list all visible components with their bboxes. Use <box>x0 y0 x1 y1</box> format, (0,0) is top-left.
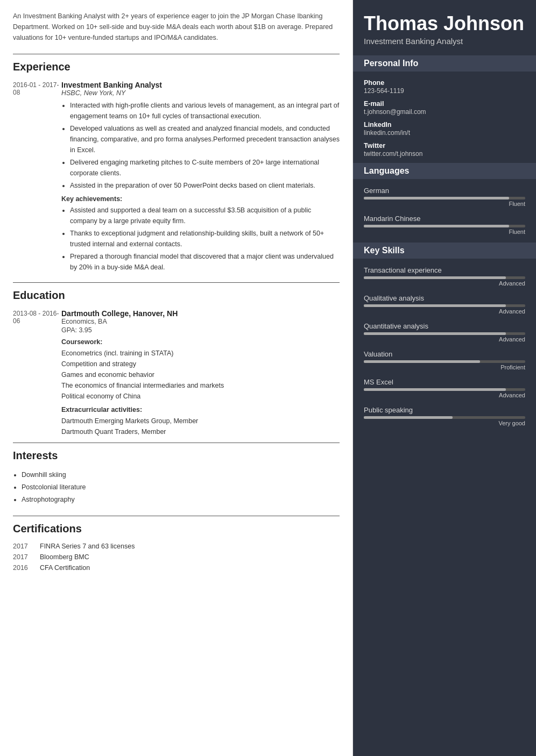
skill-name: Valuation <box>364 350 525 358</box>
language-bar-bg <box>364 197 525 199</box>
skill-bar-bg <box>364 388 525 391</box>
coursework-item: The economics of financial intermediarie… <box>61 380 340 391</box>
coursework-item: Econometrics (incl. training in STATA) <box>61 348 340 359</box>
education-container: 2013-08 - 2016-06Dartmouth College, Hano… <box>13 309 340 437</box>
skill-block: Quantitative analysisAdvanced <box>364 322 525 343</box>
interest-item: Astrophotography <box>22 494 340 505</box>
skill-bar-bg <box>364 332 525 335</box>
coursework-item: Political economy of China <box>61 391 340 402</box>
exp-bullets: Interacted with high-profile clients and… <box>61 100 340 191</box>
language-name: Mandarin Chinese <box>364 215 525 223</box>
skill-bar-fill <box>364 304 506 307</box>
interest-item: Postcolonial literature <box>22 482 340 493</box>
summary-text: An Investment Banking Analyst with 2+ ye… <box>13 11 340 43</box>
skill-bar-fill <box>364 276 506 279</box>
achievement-item: Thanks to exceptional judgment and relat… <box>70 228 340 249</box>
exp-date: 2016-01 - 2017-08 <box>13 81 61 277</box>
linkedin-label: LinkedIn <box>364 121 525 129</box>
interests-section: Downhill skiingPostcolonial literatureAs… <box>13 469 340 505</box>
language-bar-fill <box>364 197 509 199</box>
language-bar-fill <box>364 225 509 227</box>
cert-name: FINRA Series 7 and 63 licenses <box>40 543 135 550</box>
skill-bar-bg <box>364 276 525 279</box>
cert-block: 2017FINRA Series 7 and 63 licenses <box>13 543 340 550</box>
resume-wrapper: An Investment Banking Analyst with 2+ ye… <box>0 0 536 756</box>
language-level: Fluent <box>364 229 525 235</box>
education-block: 2013-08 - 2016-06Dartmouth College, Hano… <box>13 309 340 437</box>
cert-year: 2017 <box>13 553 40 561</box>
phone-value: 123-564-1119 <box>364 87 525 95</box>
certifications-section-title: Certifications <box>13 523 340 535</box>
skill-name: Qualitative analysis <box>364 294 525 302</box>
exp-bullet-item: Interacted with high-profile clients and… <box>70 100 340 122</box>
skill-block: Public speakingVery good <box>364 406 525 426</box>
language-level: Fluent <box>364 201 525 207</box>
language-block: GermanFluent <box>364 187 525 207</box>
right-column: Thomas Johnson Investment Banking Analys… <box>353 0 536 756</box>
language-name: German <box>364 187 525 195</box>
experience-block: 2016-01 - 2017-08Investment Banking Anal… <box>13 81 340 277</box>
skill-bar-bg <box>364 304 525 307</box>
skill-bar-bg <box>364 416 525 419</box>
experience-container: 2016-01 - 2017-08Investment Banking Anal… <box>13 81 340 277</box>
twitter-value: twitter.com/t.johnson <box>364 150 525 158</box>
language-block: Mandarin ChineseFluent <box>364 215 525 235</box>
skill-bar-fill <box>364 388 506 391</box>
skill-level: Advanced <box>364 336 525 343</box>
skills-container: Transactional experienceAdvancedQualitat… <box>364 266 525 426</box>
interests-section-title: Interests <box>13 450 340 462</box>
email-label: E-mail <box>364 100 525 108</box>
skill-name: Public speaking <box>364 406 525 414</box>
achievements-list: Assisted and supported a deal team on a … <box>61 205 340 273</box>
language-bar-bg <box>364 225 525 227</box>
coursework-item: Games and economic behavior <box>61 369 340 380</box>
cert-block: 2016CFA Certification <box>13 564 340 572</box>
exp-bullet-item: Developed valuations as well as created … <box>70 123 340 155</box>
skill-bar-fill <box>364 332 506 335</box>
twitter-label: Twitter <box>364 142 525 149</box>
degree-info: Economics, BA <box>61 318 340 325</box>
skill-name: MS Excel <box>364 378 525 386</box>
name-block: Thomas Johnson Investment Banking Analys… <box>364 13 525 46</box>
achievements-label: Key achievements: <box>61 195 340 203</box>
skill-name: Transactional experience <box>364 266 525 274</box>
skill-level: Proficient <box>364 364 525 370</box>
company-name: HSBC, New York, NY <box>61 89 340 97</box>
job-title: Investment Banking Analyst <box>61 81 340 89</box>
skill-level: Advanced <box>364 392 525 398</box>
coursework-label: Coursework: <box>61 338 340 346</box>
skill-level: Advanced <box>364 308 525 315</box>
skills-title: Key Skills <box>353 243 536 259</box>
personal-info-title: Personal Info <box>353 55 536 72</box>
extracurricular-label: Extracurricular activities: <box>61 406 340 413</box>
achievement-item: Prepared a thorough financial model that… <box>70 251 340 273</box>
candidate-name: Thomas Johnson <box>364 13 525 34</box>
candidate-title: Investment Banking Analyst <box>364 37 525 46</box>
exp-content: Investment Banking AnalystHSBC, New York… <box>61 81 340 277</box>
school-name: Dartmouth College, Hanover, NH <box>61 309 340 318</box>
skill-bar-fill <box>364 360 480 363</box>
email-value: t.johnson@gmail.com <box>364 108 525 116</box>
skill-level: Advanced <box>364 280 525 287</box>
edu-content: Dartmouth College, Hanover, NHEconomics,… <box>61 309 340 437</box>
languages-container: GermanFluentMandarin ChineseFluent <box>364 187 525 235</box>
education-section-title: Education <box>13 289 340 302</box>
skill-block: Qualitative analysisAdvanced <box>364 294 525 315</box>
interests-list: Downhill skiingPostcolonial literatureAs… <box>13 469 340 505</box>
cert-block: 2017Bloomberg BMC <box>13 553 340 561</box>
skill-name: Quantitative analysis <box>364 322 525 330</box>
skill-bar-fill <box>364 416 453 419</box>
achievement-item: Assisted and supported a deal team on a … <box>70 205 340 226</box>
skill-level: Very good <box>364 420 525 426</box>
gpa: GPA: 3.95 <box>61 326 340 334</box>
experience-section-title: Experience <box>13 61 340 73</box>
extracurricular-item: Dartmouth Quant Traders, Member <box>61 426 340 437</box>
languages-title: Languages <box>353 163 536 179</box>
edu-date: 2013-08 - 2016-06 <box>13 309 61 437</box>
cert-name: CFA Certification <box>40 564 90 572</box>
skill-block: Transactional experienceAdvanced <box>364 266 525 287</box>
exp-bullet-item: Delivered engaging marketing pitches to … <box>70 157 340 179</box>
certifications-container: 2017FINRA Series 7 and 63 licenses2017Bl… <box>13 543 340 572</box>
linkedin-value: linkedin.com/in/t <box>364 129 525 137</box>
phone-label: Phone <box>364 79 525 87</box>
